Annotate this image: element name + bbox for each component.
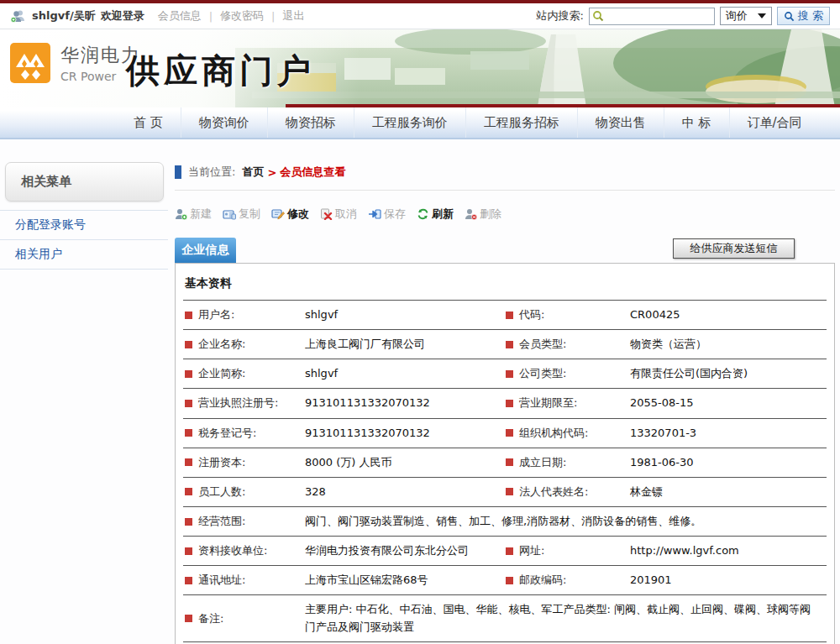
change-password-link[interactable]: 修改密码 — [220, 8, 264, 24]
search-category-dropdown[interactable]: 询价 — [720, 7, 772, 25]
nav-item-2[interactable]: 物资招标 — [267, 107, 354, 138]
field-value: 1981-06-30 — [630, 448, 827, 477]
field-label: 员工人数: — [183, 479, 305, 505]
users-icon — [10, 9, 27, 23]
field-label-text: 会员类型: — [519, 337, 566, 352]
red-bullet-icon — [506, 488, 513, 495]
field-label-text: 用户名: — [198, 307, 234, 322]
field-value: CR00425 — [630, 301, 827, 329]
red-bullet-icon — [185, 615, 192, 622]
table-row: 备注:主要用户: 中石化、中石油、国电、华能、核电、军工产品类型: 闸阀、截止阀… — [183, 595, 827, 641]
toolbar-button-1[interactable]: 复制 — [223, 207, 260, 222]
search-button[interactable]: 搜 索 — [777, 7, 830, 25]
field-value: 8000 (万) 人民币 — [305, 448, 504, 477]
breadcrumb-current: 会员信息查看 — [280, 165, 345, 180]
field-label-text: 公司类型: — [519, 366, 566, 381]
table-row: 企业名称:上海良工阀门厂有限公司会员类型:物资类（运营） — [183, 330, 827, 359]
field-label-text: 代码: — [519, 307, 544, 322]
field-label: 营业期限至: — [504, 390, 630, 416]
field-label-text: 营业期限至: — [519, 395, 577, 411]
logo-area: 华润电力 CR Power — [8, 41, 141, 85]
field-label-text: 通讯地址: — [198, 573, 245, 588]
cr-power-logo-icon — [8, 41, 52, 85]
toolbar-button-0[interactable]: 新建 — [175, 207, 212, 222]
field-label-text: 成立日期: — [519, 455, 566, 470]
field-value: 2055-08-15 — [630, 389, 827, 417]
site-search: 站内搜索: 询价 搜 索 — [536, 7, 830, 25]
field-value: 913101131332070132 — [305, 419, 504, 448]
tab-company-info[interactable]: 企业信息 — [175, 238, 236, 263]
top-links: 会员信息 | 修改密码 | 退出 — [158, 8, 305, 24]
toolbar-button-label: 新建 — [190, 207, 212, 222]
red-bullet-icon — [506, 370, 513, 378]
breadcrumb-home-link[interactable]: 首页 — [242, 165, 264, 180]
toolbar-button-6[interactable]: 删除 — [465, 207, 501, 222]
table-row: 员工人数:328法人代表姓名:林金镖 — [183, 478, 827, 507]
company-info-panel: 基本资料 用户名:shlgvf代码:CR00425企业名称:上海良工阀门厂有限公… — [175, 263, 835, 644]
sidebar-item-1[interactable]: 相关用户 — [0, 240, 168, 270]
toolbar-button-label: 复制 — [239, 207, 260, 222]
divider: | — [209, 10, 213, 23]
nav-item-6[interactable]: 中 标 — [664, 107, 729, 138]
field-label-text: 企业简称: — [198, 366, 245, 381]
breadcrumb-label: 当前位置: — [188, 165, 235, 180]
field-label-text: 资料接收单位: — [198, 543, 267, 558]
field-label: 公司类型: — [504, 360, 630, 387]
red-bullet-icon — [506, 341, 513, 348]
red-bullet-icon — [506, 312, 513, 319]
record-toolbar: 新建复制修改取消保存刷新删除 — [175, 204, 835, 224]
member-info-link[interactable]: 会员信息 — [158, 8, 202, 24]
field-label-text: 备注: — [198, 611, 223, 626]
nav-item-7[interactable]: 订单/合同 — [729, 107, 820, 138]
field-label-text: 企业名称: — [198, 337, 245, 352]
field-value: shlgvf — [305, 301, 504, 329]
red-bullet-icon — [185, 577, 192, 584]
send-sms-button[interactable]: 给供应商发送短信 — [673, 238, 795, 259]
table-row: 注册资本:8000 (万) 人民币成立日期:1981-06-30 — [183, 448, 827, 478]
search-input[interactable] — [589, 8, 715, 25]
save-icon — [368, 208, 381, 220]
page-body: 相关菜单 分配登录账号相关用户 当前位置: 首页 > 会员信息查看 新建复制修改… — [0, 139, 840, 644]
nav-item-5[interactable]: 物资出售 — [577, 107, 664, 138]
new-user-icon — [175, 208, 187, 220]
toolbar-button-label: 取消 — [335, 207, 357, 222]
welcome-text: 欢迎登录 — [101, 8, 144, 24]
field-value: 阀门、阀门驱动装置制造、销售、加工、修理,消防器材、消防设备的销售、维修。 — [305, 507, 827, 536]
sidebar: 相关菜单 分配登录账号相关用户 — [0, 139, 168, 644]
search-label: 站内搜索: — [536, 8, 583, 24]
toolbar-button-3[interactable]: 取消 — [320, 207, 357, 222]
toolbar-button-2[interactable]: 修改 — [271, 207, 309, 222]
logout-link[interactable]: 退出 — [282, 8, 304, 24]
sidebar-title: 相关菜单 — [21, 174, 71, 190]
top-bar: shlgvf/吴昕 欢迎登录 会员信息 | 修改密码 | 退出 站内搜索: 询价 — [0, 3, 840, 29]
field-label: 企业简称: — [183, 360, 305, 387]
header-banner: 华润电力 CR Power 供应商门户 — [0, 29, 840, 107]
red-bullet-icon — [185, 518, 192, 526]
nav-item-0[interactable]: 首 页 — [116, 107, 181, 138]
field-label: 成立日期: — [504, 449, 630, 476]
red-bullet-icon — [185, 458, 192, 466]
field-label: 备注: — [183, 605, 305, 632]
magnifier-icon — [784, 11, 795, 22]
nav-item-1[interactable]: 物资询价 — [181, 107, 267, 138]
field-value: http://www.lgvf.com — [630, 537, 827, 565]
field-value: 201901 — [630, 566, 827, 594]
field-value: 上海良工阀门厂有限公司 — [305, 330, 504, 359]
toolbar-button-5[interactable]: 刷新 — [417, 207, 454, 222]
field-label-text: 邮政编码: — [519, 573, 566, 588]
nav-item-3[interactable]: 工程服务询价 — [354, 107, 465, 138]
field-label-text: 法人代表姓名: — [519, 484, 588, 500]
field-value: 上海市宝山区锦宏路68号 — [305, 566, 504, 594]
sidebar-item-0[interactable]: 分配登录账号 — [0, 211, 168, 240]
chevron-down-icon — [758, 13, 766, 18]
field-label: 营业执照注册号: — [183, 390, 305, 416]
field-label-text: 员工人数: — [198, 484, 245, 500]
field-value: 有限责任公司(国内合资) — [630, 359, 827, 388]
table-row: 企业简称:shlgvf公司类型:有限责任公司(国内合资) — [183, 359, 827, 389]
red-bullet-icon — [185, 400, 192, 407]
toolbar-button-label: 删除 — [480, 207, 501, 222]
nav-item-4[interactable]: 工程服务招标 — [465, 107, 577, 138]
field-value: 物资类（运营） — [630, 330, 827, 359]
toolbar-button-4[interactable]: 保存 — [368, 207, 406, 222]
red-bullet-icon — [506, 400, 513, 407]
